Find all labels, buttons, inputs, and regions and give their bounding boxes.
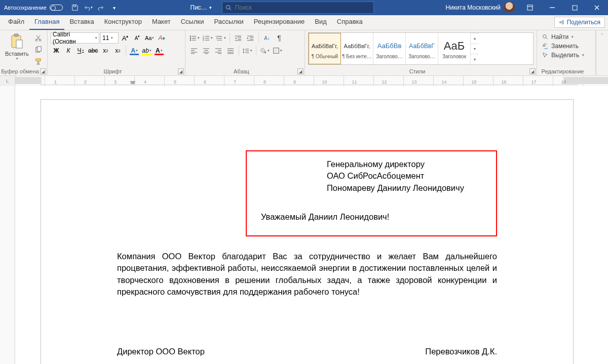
account-button[interactable]: Никита Московский bbox=[442, 2, 519, 13]
clear-formatting-icon[interactable]: A◆ bbox=[156, 32, 167, 44]
collapse-ribbon-icon[interactable]: ˇ bbox=[596, 30, 608, 75]
sort-icon[interactable]: A↓ bbox=[261, 32, 273, 44]
font-name-select[interactable]: Calibri (Основн▾ bbox=[51, 32, 99, 44]
svg-point-12 bbox=[190, 35, 191, 36]
styles-dialog-launcher[interactable]: ◢ bbox=[529, 68, 536, 74]
salutation-line[interactable]: Уважаемый Даниил Леонидович! bbox=[261, 211, 486, 223]
undo-icon[interactable]: ▾ bbox=[82, 2, 94, 14]
paste-button[interactable]: Вставить ▾ bbox=[3, 32, 31, 62]
group-clipboard: Вставить ▾ Буфер обмена ◢ bbox=[0, 30, 48, 75]
ribbon-display-options-icon[interactable] bbox=[519, 0, 541, 15]
clipboard-dialog-launcher[interactable]: ◢ bbox=[40, 68, 46, 74]
gallery-more-icon[interactable]: ▾ bbox=[471, 54, 479, 64]
tab-вид[interactable]: Вид bbox=[310, 15, 332, 30]
tab-макет[interactable]: Макет bbox=[147, 15, 176, 30]
minimize-icon[interactable] bbox=[541, 0, 563, 15]
page[interactable]: Генеральному директору ОАО СибРосАсбоцем… bbox=[41, 99, 574, 364]
paragraph-dialog-launcher[interactable]: ◢ bbox=[297, 68, 303, 74]
style-item[interactable]: АаБбВвГг,¶ Без инте… bbox=[341, 33, 373, 64]
body-paragraph[interactable]: Компания ООО Вектор благодарит Вас за со… bbox=[117, 251, 497, 298]
change-case-icon[interactable]: Aa▾ bbox=[144, 32, 155, 44]
align-left-icon[interactable] bbox=[188, 45, 200, 56]
document-title: Пис…▾ bbox=[191, 4, 220, 11]
svg-point-1 bbox=[226, 5, 230, 9]
address-line[interactable]: Пономареву Даниилу Леонидовичу bbox=[261, 182, 486, 194]
font-dialog-launcher[interactable]: ◢ bbox=[178, 68, 184, 74]
bullets-icon[interactable]: ▾ bbox=[188, 32, 201, 44]
avatar-icon bbox=[504, 2, 515, 13]
gallery-up-icon[interactable]: ▴ bbox=[471, 33, 479, 44]
strikethrough-button[interactable]: abc bbox=[87, 45, 99, 56]
font-size-select[interactable]: 11▾ bbox=[100, 32, 119, 44]
highlight-button[interactable]: ab▾ bbox=[141, 45, 152, 56]
replace-button[interactable]: abЗаменить bbox=[540, 42, 592, 51]
bold-button[interactable]: Ж bbox=[51, 45, 62, 56]
hanging-indent-marker[interactable] bbox=[130, 81, 135, 83]
qat-customize-icon[interactable]: ▾ bbox=[108, 2, 121, 14]
grow-font-icon[interactable]: A▴ bbox=[120, 32, 131, 44]
line-spacing-icon[interactable]: ▾ bbox=[242, 45, 253, 56]
svg-point-19 bbox=[216, 37, 217, 38]
share-button[interactable]: Поделиться bbox=[554, 17, 605, 28]
superscript-button[interactable]: x2 bbox=[112, 45, 123, 56]
group-label-clipboard: Буфер обмена bbox=[0, 68, 40, 74]
horizontal-ruler[interactable]: L 123456789101112131415161718 bbox=[0, 76, 608, 86]
numbering-icon[interactable]: 123▾ bbox=[202, 32, 214, 44]
italic-button[interactable]: К bbox=[63, 45, 74, 56]
tab-конструктор[interactable]: Конструктор bbox=[99, 15, 147, 30]
show-marks-icon[interactable]: ¶ bbox=[274, 32, 285, 44]
copy-icon[interactable] bbox=[33, 44, 44, 55]
borders-icon[interactable]: ▾ bbox=[272, 45, 283, 56]
address-line[interactable]: Генеральному директору bbox=[261, 158, 486, 170]
shading-icon[interactable]: ▾ bbox=[259, 45, 271, 56]
style-item[interactable]: АаБбВвГЗаголово… bbox=[406, 33, 438, 64]
align-right-icon[interactable] bbox=[213, 45, 224, 56]
shrink-font-icon[interactable]: A▾ bbox=[132, 32, 143, 44]
svg-rect-3 bbox=[573, 6, 577, 10]
toggle-icon bbox=[50, 5, 63, 11]
signer-name[interactable]: Перевозчиков Д.К. bbox=[425, 346, 497, 357]
tab-рассылки[interactable]: Рассылки bbox=[209, 15, 248, 30]
close-icon[interactable] bbox=[586, 0, 608, 15]
tab-главная[interactable]: Главная bbox=[29, 15, 64, 30]
tab-вставка[interactable]: Вставка bbox=[64, 15, 99, 30]
vertical-ruler[interactable] bbox=[0, 86, 15, 364]
search-input[interactable] bbox=[235, 4, 370, 11]
gallery-down-icon[interactable]: ▾ bbox=[471, 44, 479, 54]
increase-indent-icon[interactable] bbox=[245, 32, 256, 44]
save-icon[interactable] bbox=[69, 2, 81, 14]
underline-button[interactable]: Ч▾ bbox=[75, 45, 86, 56]
style-item[interactable]: АаБЗаголовок bbox=[438, 33, 471, 64]
format-painter-icon[interactable] bbox=[33, 56, 44, 67]
paste-icon bbox=[10, 33, 24, 50]
svg-rect-0 bbox=[73, 5, 75, 7]
multilevel-list-icon[interactable]: ▾ bbox=[215, 32, 227, 44]
address-line[interactable]: ОАО СибРосАсбоцемент bbox=[261, 170, 486, 182]
font-color-button[interactable]: A▾ bbox=[154, 45, 165, 56]
signer-title[interactable]: Директор ООО Вектор bbox=[117, 346, 205, 357]
select-button[interactable]: Выделить▾ bbox=[540, 51, 592, 60]
search-box[interactable] bbox=[222, 2, 374, 14]
justify-icon[interactable] bbox=[225, 45, 236, 56]
first-line-indent-marker[interactable] bbox=[130, 77, 135, 84]
text-effects-button[interactable]: A▾ bbox=[129, 45, 140, 56]
tab-справка[interactable]: Справка bbox=[332, 15, 368, 30]
style-item[interactable]: АаБбВвЗаголово… bbox=[373, 33, 406, 64]
tab-рецензирование[interactable]: Рецензирование bbox=[249, 15, 310, 30]
find-button[interactable]: Найти▾ bbox=[540, 32, 592, 42]
align-center-icon[interactable] bbox=[201, 45, 212, 56]
maximize-icon[interactable] bbox=[563, 0, 586, 15]
subscript-button[interactable]: x2 bbox=[100, 45, 111, 56]
tab-selector[interactable]: L bbox=[0, 76, 15, 86]
group-label-styles: Стили bbox=[305, 68, 529, 74]
cut-icon[interactable] bbox=[33, 32, 44, 44]
auto-save-toggle[interactable]: Автосохранение bbox=[0, 5, 67, 11]
share-icon bbox=[559, 19, 565, 25]
tab-файл[interactable]: Файл bbox=[3, 15, 29, 30]
tab-ссылки[interactable]: Ссылки bbox=[176, 15, 209, 30]
style-item[interactable]: АаБбВвГг,¶ Обычный bbox=[309, 33, 341, 64]
decrease-indent-icon[interactable] bbox=[233, 32, 244, 44]
redo-icon[interactable] bbox=[95, 2, 107, 14]
group-styles: АаБбВвГг,¶ ОбычныйАаБбВвГг,¶ Без инте…Аа… bbox=[305, 30, 537, 75]
select-icon bbox=[542, 52, 549, 59]
